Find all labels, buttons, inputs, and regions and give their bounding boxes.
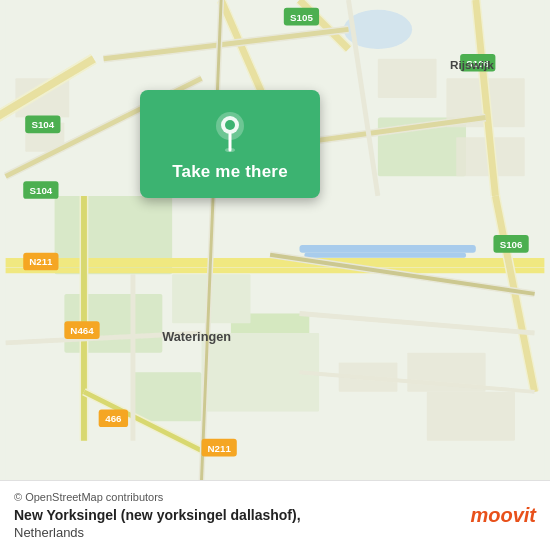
svg-text:N211: N211 xyxy=(207,443,231,454)
bottom-bar: © OpenStreetMap contributors New Yorksin… xyxy=(0,480,550,550)
take-me-there-card[interactable]: Take me there xyxy=(140,90,320,198)
location-pin-icon xyxy=(208,108,252,152)
location-title: New Yorksingel (new yorksingel dallashof… xyxy=(14,507,301,523)
bottom-left: © OpenStreetMap contributors New Yorksin… xyxy=(14,491,301,540)
svg-text:Wateringen: Wateringen xyxy=(162,329,231,344)
app: S104 S104 S105 S105 S106 S106 N211 N211 xyxy=(0,0,550,550)
moovit-brand-text: moovit xyxy=(470,504,536,527)
svg-rect-3 xyxy=(304,253,466,258)
svg-rect-16 xyxy=(427,392,515,441)
map-container: S104 S104 S105 S105 S106 S106 N211 N211 xyxy=(0,0,550,480)
svg-text:N464: N464 xyxy=(70,325,94,336)
svg-text:466: 466 xyxy=(105,413,122,424)
copyright-text: © OpenStreetMap contributors xyxy=(14,491,301,503)
svg-point-74 xyxy=(225,120,235,130)
map-svg: S104 S104 S105 S105 S106 S106 N211 N211 xyxy=(0,0,550,480)
svg-rect-11 xyxy=(378,59,437,98)
svg-text:S105: S105 xyxy=(290,12,313,23)
svg-rect-8 xyxy=(133,372,202,421)
svg-rect-2 xyxy=(299,245,475,253)
svg-text:Rijswijk: Rijswijk xyxy=(450,58,494,71)
svg-text:S104: S104 xyxy=(29,185,52,196)
svg-text:N211: N211 xyxy=(29,256,53,267)
svg-point-75 xyxy=(225,148,235,152)
location-subtitle: Netherlands xyxy=(14,525,301,540)
moovit-logo: moovit xyxy=(470,504,536,527)
svg-text:S106: S106 xyxy=(500,239,523,250)
svg-text:S104: S104 xyxy=(31,119,54,130)
take-me-there-label: Take me there xyxy=(172,162,288,182)
